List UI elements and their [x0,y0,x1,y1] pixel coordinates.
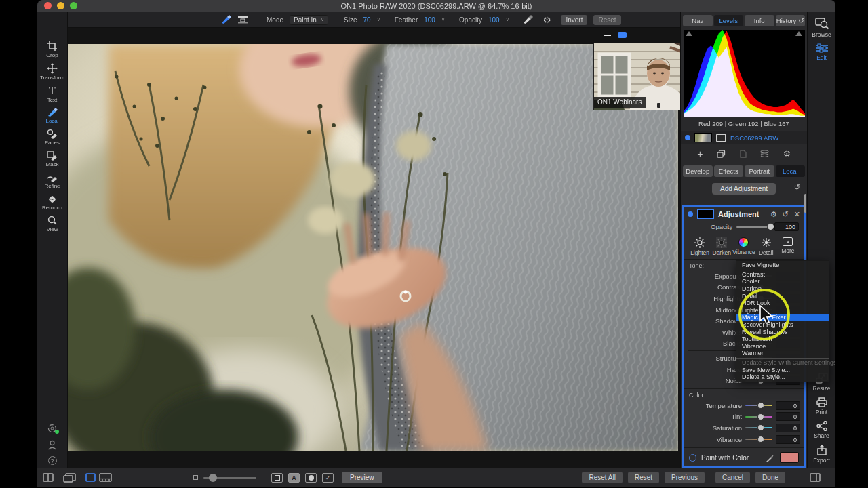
reset-adjustments-icon[interactable]: ↺ [794,183,800,192]
tool-retouch[interactable]: Retouch [37,192,67,212]
slider-handle[interactable] [757,402,764,409]
zoom-out-icon[interactable] [193,475,198,480]
perfect-brush-icon[interactable] [522,15,533,24]
soft-proof-icon[interactable]: ✓ [322,473,334,483]
tab-nav[interactable]: Nav [683,15,713,26]
tool-mask[interactable]: Mask [37,149,67,169]
slider-handle[interactable] [757,424,764,431]
tab-history[interactable]: History↺ [776,15,806,26]
tab-local[interactable]: Local [776,165,806,177]
menu-item-contrast[interactable]: Contrast [736,271,829,279]
slider-value[interactable]: 0 [776,435,800,444]
compare-windows-icon[interactable] [63,473,76,483]
slider-track[interactable] [745,427,772,428]
delete-layer-icon[interactable] [740,150,747,158]
paint-color-swatch[interactable] [780,452,799,463]
cancel-button[interactable]: Cancel [715,472,750,483]
adjustment-visibility-icon[interactable] [688,211,693,217]
slider-track[interactable] [745,416,772,418]
slider-track[interactable] [745,439,772,440]
feather-value[interactable]: 100 [424,16,435,24]
panel-scrollbar[interactable] [804,194,806,213]
adjustment-settings-gear-icon[interactable]: ⚙ [770,210,777,219]
menu-item-save-new-style[interactable]: Save New Style... [736,366,829,373]
image-canvas[interactable]: ON1 Webinars [68,28,680,468]
size-slider-handle[interactable] [209,474,217,482]
rail-browse[interactable]: Browse [808,18,835,38]
chevron-down-icon[interactable]: ∨ [506,17,509,22]
help-icon[interactable]: ? [48,456,57,465]
tab-develop[interactable]: Develop [683,165,713,177]
single-view-icon[interactable] [85,473,96,482]
tab-levels[interactable]: Levels [714,15,744,26]
preview-button[interactable]: Preview [342,472,382,483]
sync-status-icon[interactable] [47,423,58,434]
menu-item-vibrance[interactable]: Vibrance [736,343,829,350]
filmstrip-view-icon[interactable] [99,473,112,482]
slider-value[interactable]: 0 [776,401,800,410]
tool-local[interactable]: Local [37,106,67,125]
chevron-down-icon[interactable]: ∨ [441,17,445,22]
slider-tint[interactable]: Tint0 [688,411,800,423]
adjustment-reset-icon[interactable]: ↺ [783,210,789,219]
gradient-tool-icon[interactable] [237,16,248,24]
tool-transform[interactable]: Transform [37,62,67,82]
opacity-value[interactable]: 100 [488,16,500,24]
tool-crop[interactable]: Crop [37,39,67,60]
tool-refine[interactable]: Refine [37,171,67,190]
paint-with-color-radio[interactable] [689,454,696,462]
slider-handle[interactable] [757,436,764,443]
eyedropper-icon[interactable] [766,453,775,462]
style-detail[interactable]: Detail [755,237,777,256]
menu-item-delete-style[interactable]: Delete a Style... [736,373,829,381]
slider-vibrance[interactable]: Vibrance0 [688,434,800,445]
slider-track[interactable] [745,405,772,406]
size-value[interactable]: 70 [363,16,371,24]
reset-brush-button[interactable]: Reset [593,15,620,25]
adjustment-delete-icon[interactable]: ✕ [794,210,800,219]
mask-circle-icon[interactable] [305,473,317,483]
reset-all-button[interactable]: Reset All [582,472,622,483]
duplicate-layer-icon[interactable] [717,150,726,158]
invert-button[interactable]: Invert [561,15,587,25]
tab-effects[interactable]: Effects [714,165,744,177]
tool-text[interactable]: T Text [37,84,67,104]
size-slider[interactable] [203,477,256,479]
shadow-clipping-icon[interactable] [686,31,692,36]
style-vibrance[interactable]: Vibrance [732,237,755,256]
highlight-clipping-icon[interactable] [795,31,802,36]
style-lighten[interactable]: Lighten [689,237,711,256]
tool-view[interactable]: View [37,214,67,234]
rail-print[interactable]: Print [808,397,835,415]
slider-value[interactable]: 0 [776,412,800,421]
reset-button[interactable]: Reset [628,472,659,483]
webinar-app-icon[interactable] [618,32,627,38]
opacity-value[interactable]: 100 [774,222,799,231]
done-button[interactable]: Done [755,472,785,483]
layer-settings-gear-icon[interactable]: ⚙ [783,149,791,159]
layers-stack-icon[interactable] [760,150,769,158]
paint-brush-icon[interactable] [220,15,231,24]
add-adjustment-button[interactable]: Add Adjustment [712,183,776,195]
photo-image[interactable] [68,44,678,451]
add-layer-icon[interactable]: + [697,148,703,159]
menu-item-fave-vignette[interactable]: Fave Vignette [736,262,829,269]
panel-toggle-icon[interactable] [810,473,821,482]
brush-settings-gear-icon[interactable]: ⚙ [543,15,551,25]
split-view-icon[interactable] [43,473,54,482]
rail-share[interactable]: Share [808,421,835,439]
rail-export[interactable]: Export [808,445,835,464]
adjustment-header[interactable]: Adjustment ⚙ ↺ ✕ [684,207,804,222]
layer-row[interactable]: DSC06299.ARW [681,131,807,144]
menu-item-darken[interactable]: Darken [736,285,829,293]
style-darken[interactable]: Darken [711,237,732,256]
slider-temperature[interactable]: Temperature0 [688,400,800,411]
style-more[interactable]: ∨ More [777,237,799,256]
rail-edit[interactable]: Edit [808,43,835,61]
mask-overlay-icon[interactable]: A [288,473,300,483]
slider-value[interactable]: 0 [776,424,800,432]
slider-handle[interactable] [757,413,764,420]
chevron-down-icon[interactable]: ∨ [377,17,380,22]
menu-item-warmer[interactable]: Warmer [736,350,829,357]
opacity-slider[interactable] [736,226,770,228]
